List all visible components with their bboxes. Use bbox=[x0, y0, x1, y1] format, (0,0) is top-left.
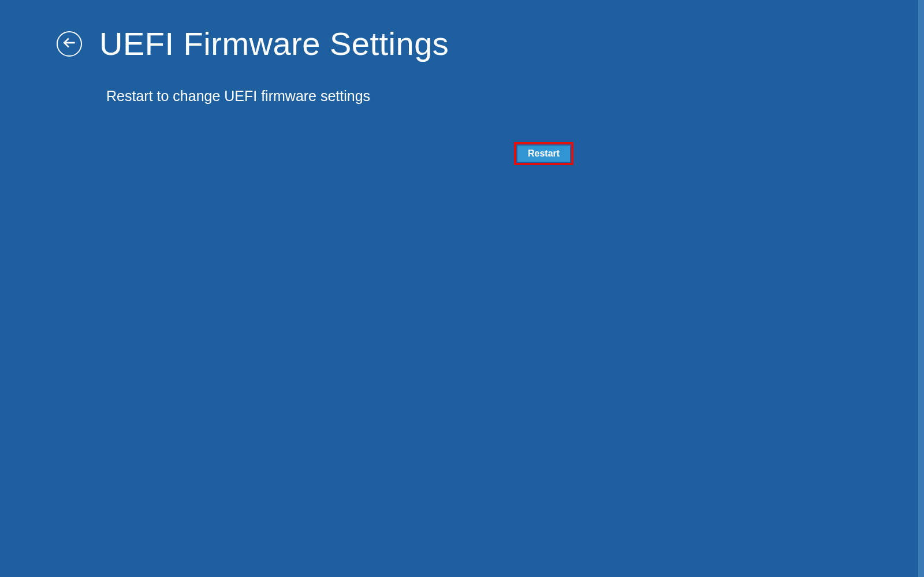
page-title: UEFI Firmware Settings bbox=[99, 28, 449, 60]
back-arrow-icon bbox=[62, 35, 77, 53]
button-container: Restart bbox=[514, 142, 573, 165]
restart-button[interactable]: Restart bbox=[517, 146, 570, 162]
highlight-annotation: Restart bbox=[514, 142, 573, 165]
page-header: UEFI Firmware Settings bbox=[0, 0, 924, 60]
back-button[interactable] bbox=[57, 31, 82, 57]
right-edge-strip bbox=[918, 0, 924, 577]
page-description: Restart to change UEFI firmware settings bbox=[0, 60, 924, 105]
